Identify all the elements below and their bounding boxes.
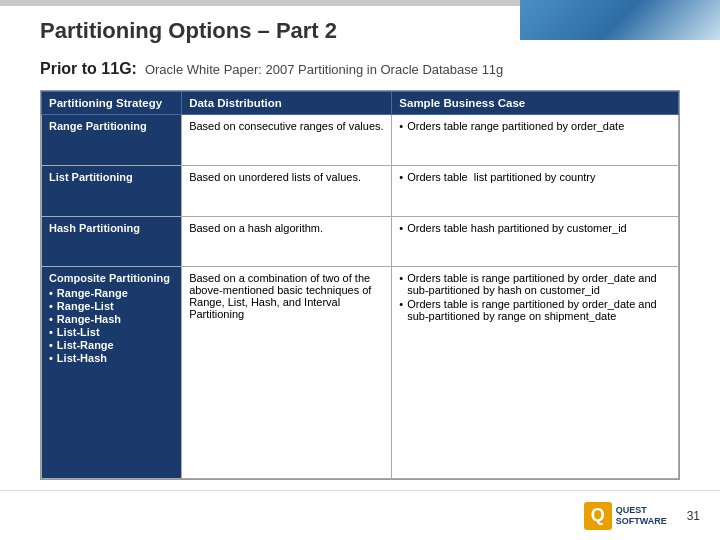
biz-composite: Orders table is range partitioned by ord… xyxy=(392,267,679,479)
col-header-strategy: Partitioning Strategy xyxy=(42,92,182,115)
subtitle-row: Prior to 11G: Oracle White Paper: 2007 P… xyxy=(40,60,503,78)
biz-bullet: Orders table range partitioned by order_… xyxy=(399,120,671,132)
dist-hash: Based on a hash algorithm. xyxy=(182,216,392,267)
quest-logo-line1: QUEST xyxy=(616,505,667,516)
composite-item: Range-List xyxy=(49,300,174,312)
table-row: Hash Partitioning Based on a hash algori… xyxy=(42,216,679,267)
page-title: Partitioning Options – Part 2 xyxy=(40,18,337,44)
biz-bullet: Orders table list partitioned by country xyxy=(399,171,671,183)
biz-bullet: Orders table hash partitioned by custome… xyxy=(399,222,671,234)
biz-bullet: Orders table is range partitioned by ord… xyxy=(399,272,671,296)
subtitle-bold: Prior to 11G: xyxy=(40,60,137,78)
table-row: Composite Partitioning Range-Range Range… xyxy=(42,267,679,479)
dist-list: Based on unordered lists of values. xyxy=(182,165,392,216)
composite-item: List-Hash xyxy=(49,352,174,364)
quest-text: QUEST SOFTWARE xyxy=(616,505,667,527)
strategy-hash: Hash Partitioning xyxy=(42,216,182,267)
composite-item: Range-Hash xyxy=(49,313,174,325)
strategy-list: List Partitioning xyxy=(42,165,182,216)
biz-list: Orders table list partitioned by country xyxy=(392,165,679,216)
composite-item: List-List xyxy=(49,326,174,338)
quest-logo-line2: SOFTWARE xyxy=(616,516,667,527)
subtitle-normal: Oracle White Paper: 2007 Partitioning in… xyxy=(145,62,503,77)
biz-hash: Orders table hash partitioned by custome… xyxy=(392,216,679,267)
biz-range: Orders table range partitioned by order_… xyxy=(392,115,679,166)
biz-bullet: Orders table is range partitioned by ord… xyxy=(399,298,671,322)
page-number: 31 xyxy=(687,509,700,523)
dist-range: Based on consecutive ranges of values. xyxy=(182,115,392,166)
main-table-container: Partitioning Strategy Data Distribution … xyxy=(40,90,680,480)
table-row: Range Partitioning Based on consecutive … xyxy=(42,115,679,166)
composite-subtypes: Range-Range Range-List Range-Hash List-L… xyxy=(49,287,174,364)
strategy-range: Range Partitioning xyxy=(42,115,182,166)
composite-item: Range-Range xyxy=(49,287,174,299)
partitioning-table: Partitioning Strategy Data Distribution … xyxy=(41,91,679,479)
quest-logo: Q QUEST SOFTWARE xyxy=(584,502,667,530)
composite-title: Composite Partitioning xyxy=(49,272,174,284)
dist-composite: Based on a combination of two of the abo… xyxy=(182,267,392,479)
composite-item: List-Range xyxy=(49,339,174,351)
strategy-composite: Composite Partitioning Range-Range Range… xyxy=(42,267,182,479)
col-header-business-case: Sample Business Case xyxy=(392,92,679,115)
table-row: List Partitioning Based on unordered lis… xyxy=(42,165,679,216)
col-header-distribution: Data Distribution xyxy=(182,92,392,115)
footer: Q QUEST SOFTWARE 31 xyxy=(0,490,720,540)
quest-icon: Q xyxy=(584,502,612,530)
